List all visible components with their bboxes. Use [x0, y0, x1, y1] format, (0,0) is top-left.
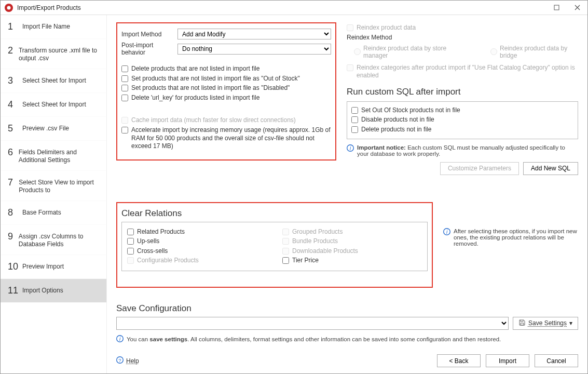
- svg-text:?: ?: [118, 357, 121, 363]
- add-new-sql-button[interactable]: Add New SQL: [523, 162, 578, 175]
- sql-section-title: Run custom SQL after import: [347, 87, 578, 97]
- chk-configurable: Configurable Products: [127, 257, 267, 265]
- chk-reindex-cats: Reindex categories after product import …: [347, 64, 578, 80]
- main-panel: Import Method Add and Modify Post-import…: [107, 15, 587, 374]
- step-6[interactable]: 6Fields Delimiters and Additional Settin…: [1, 141, 106, 171]
- clear-relations-group: Clear Relations Related Products Up-sell…: [116, 202, 433, 288]
- chk-bundle: Bundle Products: [282, 237, 422, 246]
- save-config-select[interactable]: [116, 317, 509, 330]
- chk-downloadable: Downloadable Products: [282, 247, 422, 256]
- svg-rect-2: [554, 5, 559, 10]
- step-10[interactable]: 10Preview Import: [1, 255, 106, 279]
- import-method-label: Import Method: [121, 31, 177, 38]
- chk-accelerate-import[interactable]: Accelerate import by increasing memory u…: [121, 126, 331, 151]
- chk-set-disabled[interactable]: Set products that are not listed in impo…: [121, 84, 331, 92]
- save-settings-button[interactable]: Save Settings ▾: [513, 317, 578, 330]
- back-button[interactable]: < Back: [437, 354, 481, 367]
- chk-sql-delete[interactable]: Delete products not in file: [351, 126, 573, 134]
- chk-set-oos[interactable]: Set products that are not listed in impo…: [121, 75, 331, 83]
- chk-crosssells[interactable]: Cross-sells: [127, 247, 267, 256]
- chk-grouped: Grouped Products: [282, 228, 422, 236]
- step-4[interactable]: 4Select Sheet for Import: [1, 93, 106, 117]
- chk-sql-disable[interactable]: Disable products not in file: [351, 116, 573, 124]
- chk-tier-price[interactable]: Tier Price: [282, 257, 422, 265]
- clear-relations-notice: i After selecting these options, if you …: [443, 228, 578, 247]
- step-5[interactable]: 5Preview .csv File: [1, 117, 106, 141]
- titlebar: Import/Export Products: [1, 1, 587, 15]
- chk-delete-not-listed[interactable]: Delete products that are not listed in i…: [121, 65, 331, 73]
- chk-delete-urlkey[interactable]: Delete 'url_key' for products listed in …: [121, 94, 331, 102]
- reindex-method-label: Reindex Method: [347, 34, 578, 41]
- svg-text:i: i: [119, 336, 121, 341]
- customize-parameters-button: Customize Parameters: [440, 162, 519, 175]
- info-icon: i: [347, 144, 354, 157]
- app-icon: [4, 3, 14, 13]
- cancel-button[interactable]: Cancel: [535, 354, 578, 367]
- post-import-select[interactable]: Do nothing: [177, 44, 331, 55]
- svg-text:i: i: [350, 145, 351, 151]
- chk-cache-import: Cache import data (much faster for slow …: [121, 116, 331, 125]
- sql-box: Set Out Of Stock products not in file Di…: [347, 101, 578, 139]
- chk-upsells[interactable]: Up-sells: [127, 237, 267, 246]
- radio-reindex-mgr: Reindex product data by store manager: [354, 45, 462, 59]
- save-hint: i You can save settings. All columns, de…: [116, 335, 578, 343]
- save-config-title: Save Configuration: [116, 303, 578, 314]
- close-button[interactable]: [567, 1, 587, 15]
- save-icon: [518, 319, 526, 328]
- steps-sidebar: 1Import File Name 2Transform source .xml…: [1, 15, 107, 374]
- step-11[interactable]: 11Import Options: [1, 279, 106, 303]
- step-7[interactable]: 7Select Store View to import Products to: [1, 171, 106, 201]
- step-9[interactable]: 9Assign .csv Columns to Database Fields: [1, 225, 106, 255]
- window-title: Import/Export Products: [17, 4, 546, 11]
- chk-sql-set-oos[interactable]: Set Out Of Stock products not in file: [351, 106, 573, 115]
- svg-text:i: i: [446, 229, 448, 234]
- chk-reindex-data: Reindex product data: [347, 24, 578, 32]
- help-icon: ?: [116, 356, 124, 365]
- clear-relations-title: Clear Relations: [121, 208, 428, 219]
- info-icon: i: [116, 335, 124, 343]
- step-1[interactable]: 1Import File Name: [1, 15, 106, 39]
- sql-notice: i Important notice: Each custom SQL must…: [347, 144, 578, 157]
- help-link[interactable]: ? Help: [116, 356, 139, 365]
- chk-related-products[interactable]: Related Products: [127, 228, 267, 236]
- import-button[interactable]: Import: [486, 354, 529, 367]
- import-method-select[interactable]: Add and Modify: [177, 29, 331, 39]
- radio-reindex-bridge: Reindex product data by bridge: [490, 45, 578, 59]
- svg-point-1: [7, 6, 11, 9]
- import-method-group: Import Method Add and Modify Post-import…: [116, 22, 336, 161]
- info-icon: i: [443, 228, 450, 247]
- step-8[interactable]: 8Base Formats: [1, 201, 106, 225]
- maximize-button[interactable]: [546, 1, 567, 15]
- post-import-label: Post-import behavior: [121, 42, 177, 56]
- step-3[interactable]: 3Select Sheet for Import: [1, 69, 106, 93]
- step-2[interactable]: 2Transform source .xml file to output .c…: [1, 39, 106, 69]
